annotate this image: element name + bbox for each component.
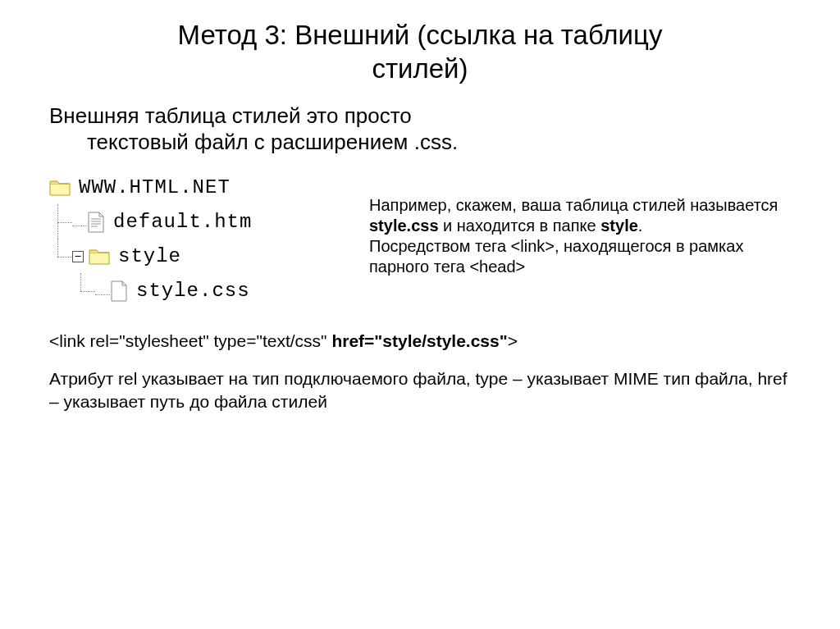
link-code-line: <link rel="stylesheet" type="text/css" h… <box>49 331 791 351</box>
tree-folder2-label: style <box>116 247 181 267</box>
explanation-text: Например, скажем, ваша таблица стилей на… <box>369 171 791 277</box>
expand-toggle-icon[interactable]: − <box>72 251 84 262</box>
folder-icon <box>89 248 110 266</box>
style-css-name: style.css <box>369 217 439 235</box>
link-tag: <link> <box>511 237 555 255</box>
tree-file1-label: default.htm <box>112 212 252 232</box>
intro-line1: Внешняя таблица стилей это просто <box>49 103 412 128</box>
middle-row: WWW.HTML.NET <box>49 171 791 308</box>
file-icon <box>87 212 105 233</box>
title-line1: Метод 3: Внешний (ссылка на таблицу <box>178 20 663 50</box>
head-tag: <head> <box>469 258 525 276</box>
file-tree: WWW.HTML.NET <box>49 171 345 308</box>
intro-line2: текстовый файл с расширением .css. <box>49 129 791 156</box>
footer-explanation: Атрибут rel указывает на тип подключаемо… <box>49 367 791 414</box>
tree-file-stylecss: style.css <box>49 274 345 308</box>
folder-icon <box>49 179 71 197</box>
tree-root-label: WWW.HTML.NET <box>77 178 231 198</box>
tree-root: WWW.HTML.NET <box>49 171 345 205</box>
tree-folder-style: − style <box>49 239 345 274</box>
href-attribute: href="style/style.css" <box>331 331 507 350</box>
slide: Метод 3: Внешний (ссылка на таблицу стил… <box>0 0 840 629</box>
intro-paragraph: Внешняя таблица стилей это просто тексто… <box>49 103 791 156</box>
slide-title: Метод 3: Внешний (ссылка на таблицу стил… <box>49 18 791 86</box>
title-line2: стилей) <box>372 53 468 84</box>
tree-file2-label: style.css <box>135 281 250 301</box>
tree-file-default: default.htm <box>49 205 345 239</box>
style-folder-name: style <box>600 217 638 235</box>
file-icon <box>110 280 128 302</box>
